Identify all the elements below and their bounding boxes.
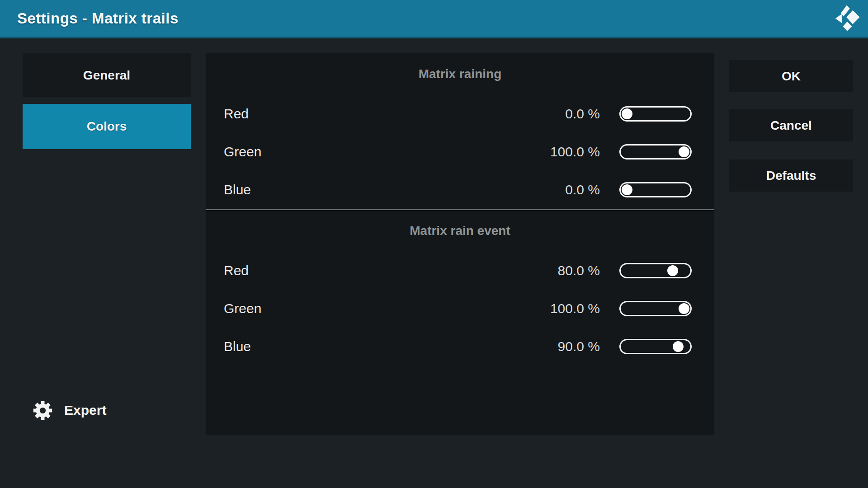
setting-row-raining-red: Red 0.0 % xyxy=(206,95,714,133)
sidebar-item-general[interactable]: General xyxy=(23,53,191,97)
setting-value: 80.0 % xyxy=(558,263,600,278)
slider-knob[interactable] xyxy=(622,184,632,195)
slider-knob[interactable] xyxy=(679,146,689,157)
slider-raining-green[interactable] xyxy=(619,144,692,160)
cancel-button-label: Cancel xyxy=(770,118,812,133)
defaults-button-label: Defaults xyxy=(766,169,816,183)
sidebar-item-label: General xyxy=(83,68,130,83)
gear-icon xyxy=(32,400,53,421)
slider-raining-blue[interactable] xyxy=(619,182,692,197)
sidebar-item-label: Colors xyxy=(87,119,127,134)
slider-knob[interactable] xyxy=(622,108,632,119)
title-bar: Settings - Matrix trails xyxy=(0,0,868,38)
sidebar-item-colors[interactable]: Colors xyxy=(23,104,191,149)
setting-row-event-green: Green 100.0 % xyxy=(206,290,714,328)
cancel-button[interactable]: Cancel xyxy=(729,109,853,141)
settings-level-label: Expert xyxy=(64,403,106,418)
setting-value: 0.0 % xyxy=(565,182,600,197)
settings-level-toggle[interactable]: Expert xyxy=(32,399,106,422)
setting-value: 0.0 % xyxy=(565,106,600,122)
setting-label: Blue xyxy=(224,339,558,354)
group-title-matrix-raining: Matrix raining xyxy=(206,53,714,95)
setting-row-event-red: Red 80.0 % xyxy=(206,252,714,290)
window-title: Settings - Matrix trails xyxy=(17,10,179,27)
setting-label: Red xyxy=(224,106,565,122)
settings-panel: Matrix raining Red 0.0 % Green 100.0 % B… xyxy=(206,53,714,435)
slider-event-red[interactable] xyxy=(619,263,692,278)
setting-row-event-blue: Blue 90.0 % xyxy=(206,328,714,366)
setting-label: Green xyxy=(224,144,550,160)
slider-event-green[interactable] xyxy=(619,301,692,316)
setting-value: 100.0 % xyxy=(550,144,600,160)
slider-knob[interactable] xyxy=(667,265,678,276)
slider-knob[interactable] xyxy=(679,303,689,314)
kodi-logo-icon xyxy=(833,4,863,33)
ok-button-label: OK xyxy=(782,69,801,84)
slider-raining-red[interactable] xyxy=(619,106,692,122)
setting-value: 100.0 % xyxy=(550,301,600,316)
setting-value: 90.0 % xyxy=(558,339,600,354)
setting-row-raining-green: Green 100.0 % xyxy=(206,133,714,171)
setting-label: Red xyxy=(224,263,558,278)
setting-label: Blue xyxy=(224,182,565,197)
slider-event-blue[interactable] xyxy=(619,339,692,354)
setting-row-raining-blue: Blue 0.0 % xyxy=(206,171,714,209)
setting-label: Green xyxy=(224,301,550,316)
slider-knob[interactable] xyxy=(673,341,684,352)
ok-button[interactable]: OK xyxy=(729,60,853,92)
defaults-button[interactable]: Defaults xyxy=(729,160,853,192)
group-title-matrix-rain-event: Matrix rain event xyxy=(206,210,714,252)
